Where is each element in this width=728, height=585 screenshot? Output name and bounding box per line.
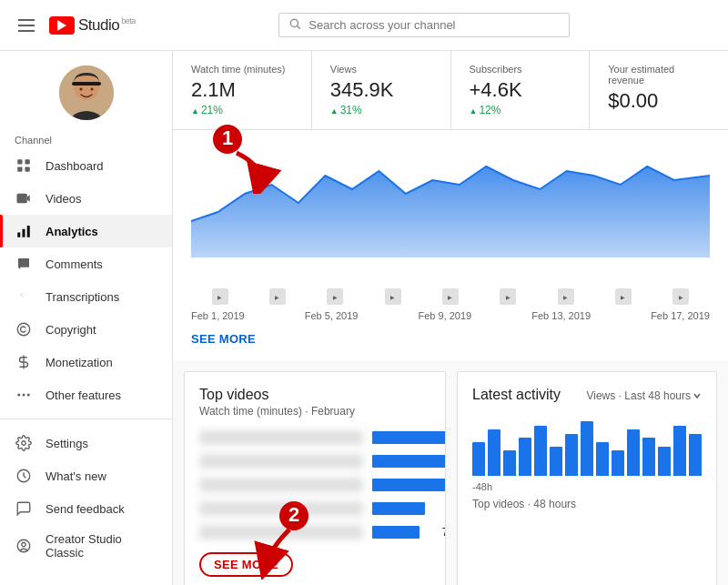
la-bar	[472, 442, 485, 476]
sidebar-item-label: Copyright	[46, 323, 96, 337]
sidebar-item-settings[interactable]: Settings	[0, 427, 172, 459]
svg-point-20	[23, 394, 25, 397]
la-bar	[519, 438, 531, 476]
svg-point-22	[22, 441, 26, 446]
svg-line-1	[298, 26, 300, 29]
chevron-down-icon	[693, 391, 702, 400]
copyright-icon	[15, 320, 33, 338]
search-input[interactable]	[308, 18, 560, 32]
dollar-icon	[15, 353, 33, 371]
video-thumbnail	[199, 454, 363, 469]
svg-point-24	[17, 540, 30, 552]
svg-point-7	[90, 88, 93, 91]
avatar	[59, 66, 114, 120]
sidebar-item-label: Send feedback	[46, 502, 125, 516]
sidebar-item-label: Dashboard	[46, 159, 104, 173]
sidebar-item-monetization[interactable]: Monetization	[0, 346, 172, 378]
chart-see-more-link[interactable]: SEE MORE	[191, 325, 256, 346]
hamburger-menu[interactable]	[15, 15, 38, 35]
main-content: Watch time (minutes) 2.1M 21% Views 345.…	[173, 51, 728, 585]
comment-icon	[15, 255, 33, 273]
search-bar	[136, 13, 713, 37]
la-bar	[534, 426, 547, 476]
stat-label: Views	[330, 64, 432, 75]
video-bar	[372, 455, 446, 468]
chart-dates: Feb 1, 2019 Feb 5, 2019 Feb 9, 2019 Feb …	[191, 307, 710, 325]
video-marker[interactable]	[615, 288, 632, 305]
la-header: Latest activity Views · Last 48 hours	[472, 387, 702, 405]
stat-card-views: Views 345.9K 31%	[312, 51, 451, 129]
video-marker[interactable]	[269, 288, 286, 305]
video-marker[interactable]	[672, 288, 689, 305]
sidebar-item-creator-studio[interactable]: Creator Studio Classic	[0, 525, 172, 567]
video-marker[interactable]	[500, 288, 516, 305]
search-input-wrap[interactable]	[278, 13, 570, 37]
la-bar	[503, 450, 516, 476]
video-marker[interactable]	[327, 288, 343, 305]
arrow-up-icon	[330, 104, 339, 116]
top-videos-see-more[interactable]: SEE MORE	[199, 552, 293, 577]
la-bar	[627, 429, 640, 476]
svg-rect-16	[27, 226, 30, 237]
sidebar-item-other-features[interactable]: Other features	[0, 378, 172, 411]
other-icon	[15, 386, 33, 404]
analytics-icon	[15, 222, 33, 240]
video-bar-wrap: 135.3K	[372, 455, 446, 468]
video-bar	[372, 479, 446, 491]
arrow-up-icon	[191, 104, 199, 116]
svg-point-25	[22, 542, 26, 547]
la-bar	[550, 447, 562, 476]
header-left: Studiobeta	[15, 15, 136, 35]
la-bar	[565, 434, 578, 476]
sidebar-item-transcriptions[interactable]: Transcriptions	[0, 280, 172, 313]
stat-value: +4.6K	[470, 78, 571, 102]
sidebar-item-send-feedback[interactable]: Send feedback	[0, 492, 172, 525]
svg-rect-14	[17, 233, 20, 237]
annotation-container: 1	[191, 130, 710, 325]
video-value: 79.4K	[427, 526, 446, 539]
sidebar-item-label: Other features	[46, 388, 121, 402]
video-marker[interactable]	[212, 288, 228, 305]
la-filter-label: Views · Last 48 hours	[586, 389, 691, 402]
video-bar-wrap: 79.4K	[372, 526, 446, 539]
video-row-2: 135.3K	[199, 454, 430, 469]
sidebar-channel-label: Channel	[0, 127, 172, 149]
video-marker[interactable]	[442, 288, 459, 305]
video-marker[interactable]	[385, 288, 401, 305]
sidebar-item-videos[interactable]: Videos	[0, 182, 172, 215]
sidebar-item-copyright[interactable]: Copyright	[0, 313, 172, 346]
video-thumbnail	[199, 501, 363, 516]
sidebar-item-label: Transcriptions	[46, 290, 119, 304]
gear-icon	[15, 434, 33, 452]
video-marker[interactable]	[558, 288, 574, 305]
chart-section: 1	[173, 130, 728, 360]
stat-change: 31%	[330, 104, 432, 116]
la-bar	[581, 421, 593, 476]
sidebar-item-comments[interactable]: Comments	[0, 247, 172, 280]
sidebar-item-label: Monetization	[46, 356, 113, 369]
sidebar-item-analytics[interactable]: Analytics	[0, 215, 172, 247]
latest-activity-panel: Latest activity Views · Last 48 hours -4…	[457, 371, 717, 585]
sidebar-item-dashboard[interactable]: Dashboard	[0, 149, 172, 182]
logo: Studiobeta	[49, 16, 136, 35]
la-bar	[596, 442, 609, 476]
sidebar-item-whats-new[interactable]: What's new	[0, 459, 172, 492]
sidebar-item-label: Videos	[46, 192, 82, 206]
video-bar	[372, 526, 420, 539]
search-icon	[288, 17, 301, 33]
la-bar	[612, 450, 624, 476]
stat-card-subscribers: Subscribers +4.6K 12%	[451, 51, 591, 129]
top-videos-panel: Top videos Watch time (minutes) · Februa…	[184, 371, 446, 585]
stat-card-revenue: Your estimated revenue $0.00	[590, 51, 728, 129]
la-filter-dropdown[interactable]: Views · Last 48 hours	[586, 389, 702, 402]
video-thumbnail	[199, 430, 363, 445]
stat-label: Subscribers	[470, 64, 571, 75]
la-bar	[673, 426, 686, 476]
header: Studiobeta	[0, 0, 728, 51]
arrow-up-icon	[470, 104, 478, 116]
chart-date: Feb 5, 2019	[305, 310, 359, 321]
svg-rect-8	[17, 159, 22, 164]
top-videos-subtitle: Watch time (minutes) · February	[199, 405, 430, 418]
stat-value: $0.00	[608, 89, 710, 113]
video-row-5: 79.4K	[199, 525, 430, 540]
